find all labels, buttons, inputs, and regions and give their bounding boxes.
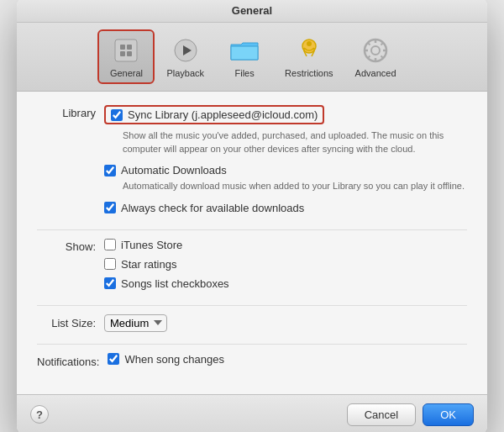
advanced-icon [360, 35, 391, 66]
show-label: Show: [37, 239, 104, 253]
svg-point-8 [307, 41, 312, 46]
cancel-button[interactable]: Cancel [347, 403, 416, 426]
star-ratings-checkbox[interactable] [104, 258, 116, 270]
when-song-changes-checkbox[interactable] [108, 353, 119, 365]
auto-downloads-description: Automatically download music when added … [123, 180, 467, 192]
library-label: Library [37, 105, 104, 119]
library-content: Sync Library (j.appleseed@icloud.com) Sh… [104, 105, 467, 217]
tab-files-label: Files [234, 68, 254, 78]
tab-restrictions[interactable]: Restrictions [275, 29, 343, 84]
tab-playback[interactable]: Playback [156, 29, 214, 84]
itunes-store-checkbox[interactable] [104, 239, 116, 250]
tab-files[interactable]: Files [216, 29, 273, 84]
svg-rect-4 [127, 51, 132, 56]
svg-line-22 [368, 56, 370, 59]
sync-library-label: Sync Library (j.appleseed@icloud.com) [128, 108, 318, 121]
auto-downloads-item: Automatic Downloads Automatically downlo… [104, 164, 467, 192]
show-star-ratings-row: Star ratings [104, 258, 229, 271]
svg-rect-2 [127, 45, 132, 50]
show-rows: iTunes Store Star ratings Songs list che… [104, 239, 229, 293]
always-check-row: Always check for available downloads [104, 202, 467, 214]
show-section: Show: iTunes Store Star ratings Songs li… [37, 239, 467, 293]
list-size-select[interactable]: Small Medium Large [104, 314, 167, 332]
svg-rect-1 [120, 45, 125, 50]
always-check-label: Always check for available downloads [121, 202, 304, 214]
bottom-buttons: Cancel OK [347, 403, 474, 426]
general-icon [111, 35, 141, 66]
title-bar: General [17, 0, 487, 23]
sync-library-checkbox[interactable] [111, 109, 123, 121]
notifications-label: Notifications: [37, 354, 108, 368]
when-song-changes-row: When song changes [108, 353, 224, 366]
svg-line-19 [368, 43, 370, 45]
auto-downloads-label: Automatic Downloads [121, 164, 227, 176]
notifications-section: Notifications: When song changes [37, 353, 467, 369]
star-ratings-label: Star ratings [121, 258, 176, 271]
help-icon: ? [36, 408, 43, 421]
svg-point-14 [371, 46, 380, 55]
toolbar: General Playback Files [17, 23, 487, 92]
main-dialog: General General [17, 0, 487, 432]
tab-advanced[interactable]: Advanced [345, 29, 407, 84]
list-size-section: List Size: Small Medium Large [37, 314, 467, 332]
tab-general[interactable]: General [97, 29, 155, 84]
library-section: Library Sync Library (j.appleseed@icloud… [37, 105, 467, 217]
always-check-checkbox[interactable] [104, 202, 116, 213]
divider-1 [37, 229, 467, 230]
show-songs-list-row: Songs list checkboxes [104, 277, 229, 290]
bottom-bar: ? Cancel OK [17, 394, 487, 432]
files-icon [229, 35, 260, 66]
tab-general-label: General [110, 68, 143, 78]
itunes-store-label: iTunes Store [121, 239, 182, 251]
auto-downloads-checkbox[interactable] [104, 165, 116, 176]
when-song-changes-label: When song changes [124, 353, 224, 366]
svg-rect-3 [120, 51, 125, 56]
tab-restrictions-label: Restrictions [285, 68, 333, 78]
svg-rect-0 [115, 40, 137, 61]
list-size-label: List Size: [37, 317, 104, 329]
divider-2 [37, 305, 467, 306]
svg-line-21 [381, 43, 384, 45]
auto-downloads-row: Automatic Downloads [104, 164, 467, 176]
dialog-title: General [232, 4, 272, 17]
sync-library-description: Show all the music you've added, purchas… [123, 129, 467, 155]
divider-3 [37, 344, 467, 345]
songs-list-label: Songs list checkboxes [121, 277, 229, 290]
restrictions-icon [294, 35, 324, 66]
help-button[interactable]: ? [30, 405, 49, 424]
ok-button[interactable]: OK [423, 403, 474, 426]
songs-list-checkbox[interactable] [104, 277, 116, 289]
show-itunes-store-row: iTunes Store [104, 239, 229, 251]
playback-icon [171, 35, 201, 66]
svg-line-20 [381, 56, 384, 59]
tab-advanced-label: Advanced [355, 68, 396, 78]
tab-playback-label: Playback [166, 68, 204, 78]
content-area: Library Sync Library (j.appleseed@icloud… [17, 92, 487, 393]
